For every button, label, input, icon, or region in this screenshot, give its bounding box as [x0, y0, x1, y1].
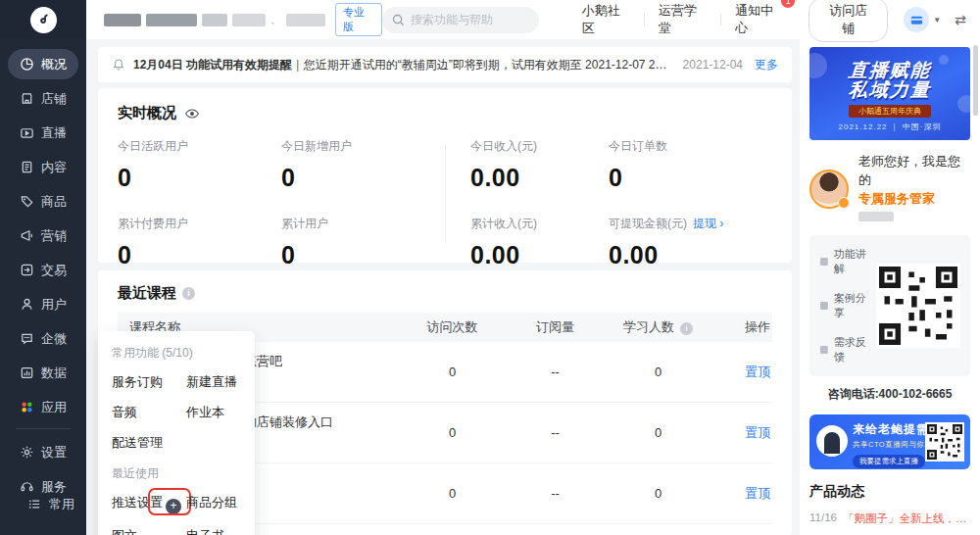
- banner2-button[interactable]: 我要提需求上直播: [853, 455, 925, 468]
- service-link-case-share[interactable]: 案例分享: [819, 291, 876, 320]
- app-logo[interactable]: [0, 0, 86, 39]
- anniversary-banner[interactable]: 直播赋能 私域力量 小鹅通五周年庆典 2021.12.22 ｜ 中国·深圳: [809, 47, 970, 140]
- separator: [720, 14, 721, 25]
- info-icon[interactable]: [182, 287, 195, 300]
- search-icon: [392, 14, 405, 26]
- link-academy[interactable]: 运营学堂: [659, 2, 707, 37]
- product-news: 产品动态 11/16 「鹅圈子」全新上线，社群运… 10/27 「鹅直播」小程序…: [809, 483, 970, 535]
- consult-phone: 咨询电话:400-102-6665: [809, 386, 970, 403]
- sidebar-item-data[interactable]: 数据: [8, 358, 78, 388]
- menu-item-audio[interactable]: 音频: [112, 404, 186, 421]
- courses-title-row: 最近课程: [118, 284, 772, 303]
- service-link-feedback[interactable]: 需求反馈: [819, 335, 876, 365]
- info-icon[interactable]: [680, 322, 693, 335]
- topbar-actions: 小鹅社区 运营学堂 通知中心 1 访问店铺 ▼ ⇄: [382, 0, 980, 42]
- sidebar-item-live[interactable]: 直播: [8, 118, 78, 148]
- menu-item-goods-group[interactable]: 商品分组: [186, 494, 255, 514]
- sidebar-item-apps[interactable]: 应用: [8, 392, 78, 422]
- sidebar-item-content[interactable]: 内容: [8, 152, 78, 182]
- qr-code: [876, 264, 960, 348]
- content-column: 12月04日 功能试用有效期提醒｜您近期开通试用的“教辅周边”即将到期，试用有效…: [98, 47, 792, 535]
- news-item[interactable]: 11/16 「鹅圈子」全新上线，社群运…: [809, 511, 970, 526]
- menu-item-workbook[interactable]: 作业本: [186, 404, 255, 421]
- megaphone-icon: [20, 228, 34, 243]
- separator: [644, 14, 645, 25]
- store-name-redacted: 、: [104, 13, 325, 27]
- eye-toggle-icon[interactable]: [184, 106, 200, 122]
- product-news-title: 产品动态: [809, 483, 970, 501]
- wallet-icon: [904, 7, 929, 32]
- verified-badge-icon: [838, 197, 850, 209]
- menu-item-ebook[interactable]: 电子书: [186, 527, 255, 535]
- data-chart-icon: [20, 365, 34, 380]
- sidebar-item-trade[interactable]: 交易: [8, 255, 78, 285]
- quickmenu-recent-grid: 推送设置+ 商品分组 图文 电子书 用户列表: [112, 494, 255, 535]
- pin-to-top-link[interactable]: 置顶: [745, 365, 770, 379]
- visit-store-button[interactable]: 访问店铺: [808, 0, 888, 42]
- banner-line1: 直播赋能: [809, 61, 970, 80]
- notice-text: 12月04日 功能试用有效期提醒｜您近期开通试用的“教辅周边”即将到期，试用有效…: [133, 57, 673, 73]
- search-input[interactable]: [411, 13, 528, 26]
- menu-item-delivery[interactable]: 配送管理: [112, 434, 186, 452]
- overview-title: 实时概况: [118, 104, 176, 122]
- overview-title-row: 实时概况: [118, 104, 772, 122]
- content-doc-icon: [20, 160, 34, 174]
- withdraw-link[interactable]: 提现: [693, 216, 723, 232]
- sidebar-item-marketing[interactable]: 营销: [8, 220, 78, 251]
- doc-icon: [819, 345, 829, 355]
- user-icon: [20, 297, 34, 312]
- service-link-feature-intro[interactable]: 功能讲解: [819, 247, 876, 276]
- shop-icon: [20, 91, 34, 106]
- sidebar-item-settings[interactable]: 设置: [8, 437, 78, 467]
- pin-to-top-link[interactable]: 置顶: [745, 486, 770, 501]
- courses-title: 最近课程: [118, 284, 176, 303]
- stat-withdrawable-amount: 可提现金额(元) 提现 0.00: [609, 216, 772, 269]
- quickmenu-common-title: 常用功能 (5/10): [112, 345, 255, 362]
- menu-item-push-settings[interactable]: 推送设置+: [112, 494, 186, 514]
- banner-ribbon: 小鹅通五周年庆典: [849, 105, 931, 118]
- quick-menu-popup: 常用功能 (5/10) 服务订购 新建直播 音频 作业本 配送管理 最近使用 推…: [98, 331, 255, 535]
- notice-more-link[interactable]: 更多: [755, 57, 778, 73]
- cto-avatar: [816, 425, 848, 457]
- chevron-down-icon: ▼: [933, 16, 941, 24]
- qr-code: [925, 422, 964, 462]
- sidebar-item-goods[interactable]: 商品: [8, 186, 78, 217]
- scrollbar[interactable]: [973, 45, 978, 116]
- link-community[interactable]: 小鹅社区: [582, 2, 630, 37]
- divider: [445, 145, 446, 243]
- doc-icon: [819, 257, 829, 267]
- quickmenu-recent-title: 最近使用: [112, 465, 255, 482]
- gear-icon: [20, 445, 34, 460]
- sidebar-item-overview[interactable]: 概况: [8, 49, 78, 79]
- trade-icon: [20, 263, 34, 277]
- dashboard-page: 、 专业版 小鹅社区 运营学堂 通知中心 1 访问店铺: [0, 0, 980, 535]
- add-icon[interactable]: +: [166, 499, 181, 514]
- menu-item-service-order[interactable]: 服务订购: [112, 373, 186, 391]
- service-links-box: 功能讲解 案例分享 需求反馈: [809, 235, 970, 376]
- sidebar-item-frequently-used[interactable]: 常用: [16, 489, 86, 519]
- sidebar-item-shop[interactable]: 店铺: [8, 83, 78, 114]
- menu-item-new-live[interactable]: 新建直播: [186, 373, 255, 391]
- goose-logo-icon: [30, 7, 57, 33]
- apps-dots-icon: [20, 400, 34, 414]
- column-learners: 学习人数: [607, 318, 710, 336]
- pin-to-top-link[interactable]: 置顶: [745, 425, 770, 440]
- live-camera-icon: [20, 125, 34, 140]
- search-box[interactable]: [382, 7, 539, 33]
- sidebar-item-users[interactable]: 用户: [8, 289, 78, 319]
- goods-tag-icon: [20, 194, 34, 209]
- notification-count-badge: 1: [781, 0, 795, 8]
- realtime-overview-card: 实时概况 今日活跃用户 0 今日新增用户 0: [98, 88, 792, 263]
- cto-feedback-banner[interactable]: 来给老鲍提需求 共享CTO直播间与你相约 我要提需求上直播: [809, 414, 970, 469]
- stat-total-users: 累计用户 0: [281, 216, 445, 269]
- bell-icon: [112, 58, 125, 72]
- switch-account-icon[interactable]: ⇄: [955, 12, 966, 27]
- main-area: 12月04日 功能试用有效期提醒｜您近期开通试用的“教辅周边”即将到期，试用有效…: [86, 39, 800, 535]
- link-notification-center[interactable]: 通知中心 1: [735, 2, 783, 37]
- sidebar-item-wecom[interactable]: 企微: [8, 323, 78, 354]
- menu-item-article[interactable]: 图文: [112, 527, 186, 535]
- stat-today-revenue: 今日收入(元) 0.00: [445, 138, 609, 192]
- account-menu[interactable]: ▼: [904, 7, 941, 32]
- sidebar-divider: [16, 428, 71, 429]
- doc-icon: [819, 301, 829, 311]
